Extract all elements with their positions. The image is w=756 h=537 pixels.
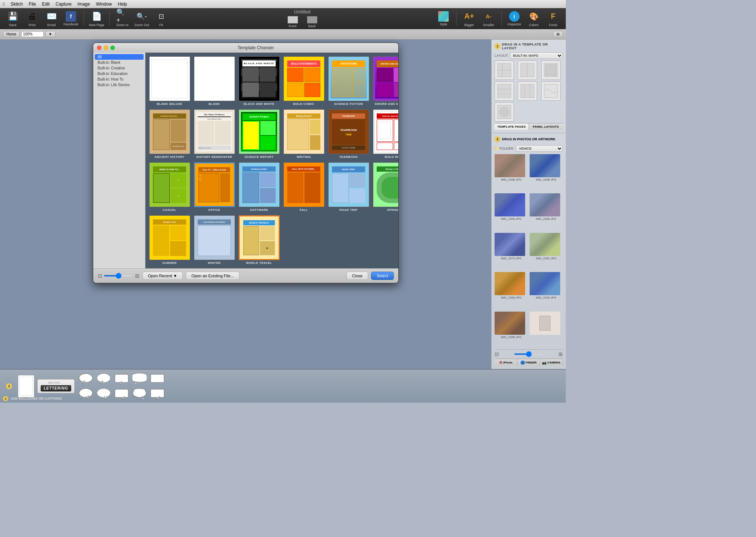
balloon-7[interactable] [95, 387, 112, 400]
app-menu[interactable]: Skitch [10, 1, 23, 7]
page-thumbnail[interactable] [18, 375, 34, 397]
minimize-button[interactable] [104, 46, 108, 50]
close-dialog-button[interactable]: Close [346, 272, 368, 280]
inspector-button[interactable]: i Inspector [506, 11, 523, 26]
photo-item-10[interactable] [530, 312, 563, 349]
photo-item-2[interactable]: IMG_2348.JPG [530, 154, 563, 192]
colors-button[interactable]: 🎨 Colors [526, 10, 542, 27]
balloon-4[interactable] [131, 372, 148, 385]
template-bold-red[interactable]: step by step how to... [373, 109, 398, 159]
toolbar2-input[interactable] [21, 31, 44, 37]
sidebar-item-education[interactable]: Built-in: Education [95, 71, 144, 77]
photo-size-slider[interactable] [514, 353, 544, 355]
lettering-button[interactable]: ABCDE... LETTERING [37, 379, 75, 393]
size-slider[interactable] [104, 275, 134, 277]
balloon-10[interactable] [149, 387, 166, 400]
template-software[interactable]: Software Help! [239, 162, 280, 212]
edit-menu[interactable]: Edit [42, 1, 50, 7]
tab-template-pages[interactable]: TEMPLATE PAGES [495, 124, 529, 130]
window-menu[interactable]: Window [96, 1, 112, 7]
select-button[interactable]: Select [371, 272, 394, 280]
template-spring[interactable]: Spring is Here! SPRING [373, 162, 398, 212]
layout-select[interactable]: BUILT-IN: MAPS [510, 52, 563, 59]
template-summer[interactable]: Summer Fun! [149, 215, 190, 265]
capture-menu[interactable]: Capture [56, 1, 72, 7]
photo-item-7[interactable]: IMG_2393.JPG [495, 272, 528, 310]
template-yearbook[interactable]: YEARBOOK YEARBOOK TIME SCHOOL NAME YEARB… [328, 109, 369, 159]
sidebar-item-lifestories[interactable]: Built-in: Life Stories [95, 82, 144, 88]
balloon-9[interactable] [131, 387, 148, 400]
layout-thumb-4[interactable] [495, 81, 514, 101]
photo-item-6[interactable]: IMG_2391.JPG [530, 233, 563, 271]
sidebar-item-blank[interactable]: Built-in: Blank [95, 60, 144, 65]
zoom-out-button[interactable]: 🔍- Zoom Out [134, 10, 150, 27]
photo-item-5[interactable]: IMG_2373.JPG [495, 233, 528, 271]
layout-thumb-3[interactable] [541, 60, 561, 80]
file-menu[interactable]: File [29, 1, 36, 7]
image-menu[interactable]: Image [78, 1, 90, 7]
front-button[interactable]: Front [285, 16, 301, 28]
source-tab-iphoto[interactable]: ⚙ iPhoto [495, 359, 517, 366]
sidebar-item-creative[interactable]: Built-in: Creative [95, 65, 144, 71]
balloon-2[interactable] [95, 372, 112, 385]
sidebar-item-all[interactable]: All [95, 54, 144, 60]
balloon-8[interactable] [113, 387, 130, 400]
template-blank[interactable]: BLANK [194, 56, 235, 106]
source-tab-finder[interactable]: 🔵 FINDER [517, 359, 540, 366]
layout-thumb-7[interactable] [495, 102, 514, 122]
zoom-dialog-button[interactable] [110, 46, 115, 50]
zoom-in-button[interactable]: 🔍+ Zoom In [114, 10, 131, 27]
template-science-report[interactable]: Science Project [239, 109, 280, 159]
new-page-button[interactable]: 📄 New Page [88, 10, 105, 27]
help-menu[interactable]: Help [118, 1, 127, 7]
sidebar-item-howto[interactable]: Built-in: How To [95, 77, 144, 82]
template-blank-deluxe[interactable]: BLANK DELUXE [149, 56, 190, 106]
photo-item-4[interactable]: IMG_2368.JPG [530, 193, 563, 231]
balloon-6[interactable] [78, 387, 94, 400]
template-history-newspaper[interactable]: The Times Of History Your Wroks Here Hea… [194, 109, 235, 159]
tab-panel-layouts[interactable]: PANEL LAYOUTS [529, 124, 563, 130]
toolbar2-view[interactable]: ⊞ [553, 31, 563, 37]
template-fall[interactable]: FALL INTO AUTUMN... FALL [283, 162, 324, 212]
template-winter[interactable]: Let it Snow! Let it Snow! WINTER [194, 215, 235, 265]
photo-item-1[interactable]: IMG_2338.JPG [495, 154, 528, 192]
template-bold-comic[interactable]: BOLD STATEMENTS BOLD COMIC [283, 56, 324, 106]
layout-thumb-1[interactable] [495, 60, 514, 80]
bigger-button[interactable]: A+ Bigger [461, 10, 477, 27]
layout-thumb-5[interactable] [518, 81, 537, 101]
photo-item-3[interactable]: IMG_2353.JPG [495, 193, 528, 231]
open-existing-button[interactable]: Open an Existing File... [186, 272, 239, 280]
facebook-button[interactable]: f Facebook [63, 11, 79, 26]
template-road-trip[interactable]: ROAD TRIP! [328, 162, 369, 212]
save-button[interactable]: 💾 Save [4, 10, 21, 27]
template-world-travel[interactable]: WORLD TRAVELS! ✈ [239, 215, 280, 265]
toolbar2-btn2[interactable]: ▼ [45, 31, 56, 37]
apple-menu[interactable]:  [3, 1, 4, 7]
template-office[interactable]: How To " Office Guide 1. 2. [194, 162, 235, 212]
back-button[interactable]: Back [304, 16, 320, 28]
home-button[interactable]: Home [3, 31, 20, 37]
template-sword-sorcery[interactable]: SWORD AND SORCERY SWORD AND SORC [373, 56, 398, 106]
balloon-5[interactable] [149, 372, 166, 385]
balloon-1[interactable] [78, 372, 94, 385]
layout-thumb-2[interactable] [518, 60, 537, 80]
template-writing[interactable]: Writing Rocks! [283, 109, 324, 159]
layout-thumb-6[interactable] [541, 81, 561, 101]
photo-item-8[interactable]: IMG_2420.JPG [530, 272, 563, 310]
photo-item-9[interactable]: IMG_2395.JPG [495, 312, 528, 349]
template-casual[interactable]: HERE IS HOW TO... ① ② [149, 162, 190, 212]
template-black-white[interactable]: BLACK AND WHITE BLACK AND WHITE [239, 56, 280, 106]
email-button[interactable]: ✉️ Email [43, 10, 60, 27]
balloon-3[interactable] [113, 372, 130, 385]
close-button[interactable] [97, 46, 101, 50]
style-button[interactable]: Style [435, 11, 452, 26]
template-ancient-history[interactable]: Ancient History... Headline Text [149, 109, 190, 159]
folder-select[interactable]: VENICE [516, 145, 563, 152]
print-button[interactable]: 🖨 Print [24, 10, 40, 27]
smaller-button[interactable]: A- Smaller [480, 10, 497, 27]
source-tab-camera[interactable]: 📷 CAMERA [540, 359, 563, 366]
template-sci-fi[interactable]: THE FUTURE [328, 56, 369, 106]
open-recent-button[interactable]: Open Recent ▼ [142, 272, 183, 280]
fonts-button[interactable]: F Fonts [545, 10, 561, 27]
fit-button[interactable]: ⊡ Fit [153, 10, 169, 27]
